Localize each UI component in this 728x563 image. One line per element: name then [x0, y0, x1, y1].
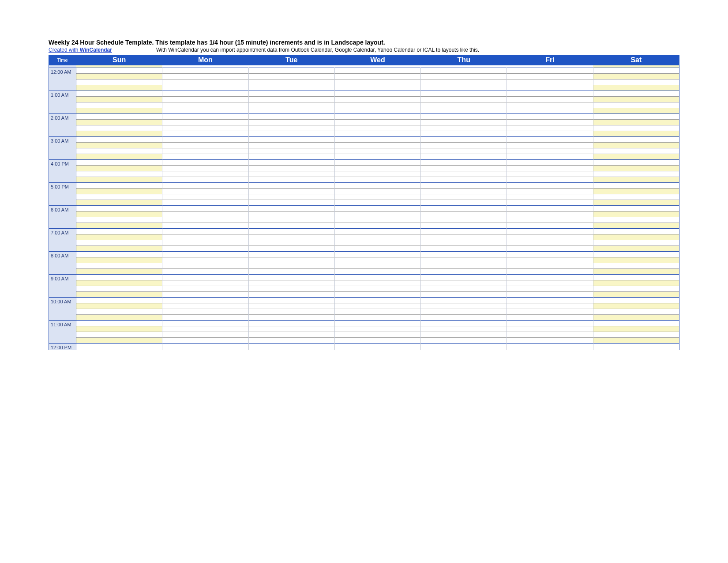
schedule-cell[interactable]: [248, 200, 334, 206]
schedule-cell[interactable]: [334, 177, 420, 183]
schedule-cell[interactable]: [421, 131, 507, 137]
schedule-cell[interactable]: [421, 189, 507, 194]
schedule-cell[interactable]: [162, 344, 248, 351]
schedule-cell[interactable]: [421, 326, 507, 332]
schedule-cell[interactable]: [248, 114, 334, 120]
schedule-cell[interactable]: [76, 189, 162, 194]
schedule-cell[interactable]: [593, 166, 679, 171]
schedule-cell[interactable]: [162, 183, 248, 189]
schedule-cell[interactable]: [76, 137, 162, 143]
schedule-cell[interactable]: [76, 326, 162, 332]
schedule-cell[interactable]: [162, 338, 248, 344]
schedule-cell[interactable]: [162, 137, 248, 143]
schedule-cell[interactable]: [507, 257, 593, 263]
schedule-cell[interactable]: [76, 148, 162, 154]
schedule-cell[interactable]: [162, 303, 248, 309]
schedule-cell[interactable]: [162, 257, 248, 263]
schedule-cell[interactable]: [248, 212, 334, 217]
schedule-cell[interactable]: [593, 263, 679, 269]
schedule-cell[interactable]: [421, 200, 507, 206]
schedule-cell[interactable]: [162, 194, 248, 200]
schedule-cell[interactable]: [421, 246, 507, 252]
schedule-cell[interactable]: [334, 286, 420, 292]
schedule-cell[interactable]: [507, 298, 593, 303]
schedule-cell[interactable]: [334, 229, 420, 234]
schedule-cell[interactable]: [248, 137, 334, 143]
schedule-cell[interactable]: [593, 326, 679, 332]
schedule-cell[interactable]: [421, 275, 507, 280]
schedule-cell[interactable]: [421, 120, 507, 125]
schedule-cell[interactable]: [421, 212, 507, 217]
schedule-cell[interactable]: [507, 125, 593, 131]
schedule-cell[interactable]: [507, 326, 593, 332]
schedule-cell[interactable]: [334, 275, 420, 280]
schedule-cell[interactable]: [76, 206, 162, 212]
schedule-cell[interactable]: [593, 246, 679, 252]
schedule-cell[interactable]: [248, 269, 334, 275]
schedule-cell[interactable]: [421, 137, 507, 143]
schedule-cell[interactable]: [334, 246, 420, 252]
schedule-cell[interactable]: [162, 177, 248, 183]
schedule-cell[interactable]: [248, 292, 334, 298]
schedule-cell[interactable]: [334, 137, 420, 143]
schedule-cell[interactable]: [593, 206, 679, 212]
schedule-cell[interactable]: [162, 223, 248, 229]
schedule-cell[interactable]: [507, 315, 593, 321]
schedule-cell[interactable]: [162, 229, 248, 234]
schedule-cell[interactable]: [507, 160, 593, 166]
schedule-cell[interactable]: [593, 68, 679, 74]
schedule-cell[interactable]: [162, 200, 248, 206]
schedule-cell[interactable]: [162, 280, 248, 286]
schedule-cell[interactable]: [334, 303, 420, 309]
schedule-cell[interactable]: [334, 143, 420, 148]
schedule-cell[interactable]: [421, 332, 507, 338]
schedule-cell[interactable]: [421, 125, 507, 131]
schedule-cell[interactable]: [593, 298, 679, 303]
schedule-cell[interactable]: [507, 91, 593, 97]
schedule-cell[interactable]: [593, 143, 679, 148]
schedule-cell[interactable]: [507, 309, 593, 315]
schedule-cell[interactable]: [507, 280, 593, 286]
schedule-cell[interactable]: [76, 108, 162, 114]
schedule-cell[interactable]: [334, 326, 420, 332]
schedule-cell[interactable]: [248, 154, 334, 160]
schedule-cell[interactable]: [162, 217, 248, 223]
schedule-cell[interactable]: [248, 120, 334, 125]
schedule-cell[interactable]: [507, 143, 593, 148]
schedule-cell[interactable]: [76, 143, 162, 148]
schedule-cell[interactable]: [593, 154, 679, 160]
schedule-cell[interactable]: [421, 183, 507, 189]
schedule-cell[interactable]: [334, 344, 420, 351]
schedule-cell[interactable]: [593, 292, 679, 298]
schedule-cell[interactable]: [334, 321, 420, 326]
schedule-cell[interactable]: [162, 154, 248, 160]
schedule-cell[interactable]: [334, 200, 420, 206]
schedule-cell[interactable]: [162, 131, 248, 137]
schedule-cell[interactable]: [507, 286, 593, 292]
schedule-cell[interactable]: [248, 183, 334, 189]
schedule-cell[interactable]: [593, 160, 679, 166]
schedule-cell[interactable]: [421, 263, 507, 269]
schedule-cell[interactable]: [421, 79, 507, 85]
schedule-cell[interactable]: [162, 234, 248, 240]
schedule-cell[interactable]: [76, 166, 162, 171]
schedule-cell[interactable]: [76, 68, 162, 74]
schedule-cell[interactable]: [76, 303, 162, 309]
schedule-cell[interactable]: [421, 171, 507, 177]
schedule-cell[interactable]: [593, 79, 679, 85]
schedule-cell[interactable]: [593, 114, 679, 120]
schedule-cell[interactable]: [334, 263, 420, 269]
schedule-cell[interactable]: [421, 280, 507, 286]
schedule-cell[interactable]: [507, 275, 593, 280]
schedule-cell[interactable]: [76, 332, 162, 338]
schedule-cell[interactable]: [334, 240, 420, 246]
schedule-cell[interactable]: [162, 74, 248, 79]
schedule-cell[interactable]: [421, 194, 507, 200]
schedule-cell[interactable]: [334, 114, 420, 120]
schedule-cell[interactable]: [248, 286, 334, 292]
schedule-cell[interactable]: [507, 194, 593, 200]
schedule-cell[interactable]: [334, 160, 420, 166]
schedule-cell[interactable]: [162, 143, 248, 148]
schedule-cell[interactable]: [593, 252, 679, 257]
schedule-cell[interactable]: [76, 275, 162, 280]
